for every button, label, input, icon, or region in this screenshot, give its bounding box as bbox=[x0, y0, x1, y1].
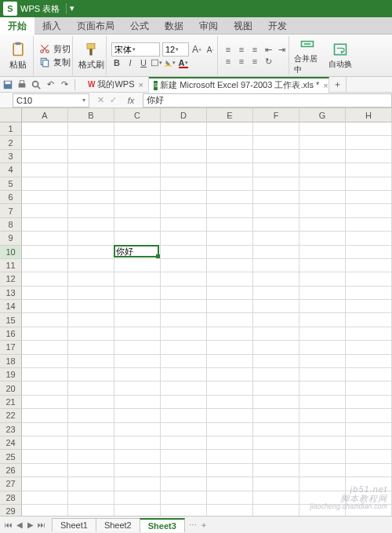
cell[interactable] bbox=[68, 246, 114, 259]
row-header-22[interactable]: 22 bbox=[0, 409, 22, 422]
cell[interactable] bbox=[253, 177, 299, 191]
cell[interactable] bbox=[346, 368, 392, 381]
cell[interactable] bbox=[253, 381, 299, 395]
cell[interactable] bbox=[253, 122, 299, 136]
cell[interactable] bbox=[22, 396, 68, 409]
cell[interactable] bbox=[22, 136, 68, 149]
cell[interactable] bbox=[346, 300, 392, 313]
cell[interactable] bbox=[68, 450, 114, 463]
cell[interactable] bbox=[161, 450, 207, 463]
cell[interactable] bbox=[22, 341, 68, 354]
cell[interactable] bbox=[22, 381, 68, 395]
cell[interactable] bbox=[161, 477, 207, 491]
cell[interactable] bbox=[161, 300, 207, 313]
cell[interactable] bbox=[299, 491, 346, 505]
cell[interactable] bbox=[299, 355, 346, 368]
cell[interactable] bbox=[253, 423, 299, 436]
sheet-tab-Sheet2[interactable]: Sheet2 bbox=[96, 518, 140, 531]
sheet-nav-next[interactable]: ▶ bbox=[25, 520, 36, 531]
cell[interactable] bbox=[299, 177, 346, 191]
cell[interactable] bbox=[299, 287, 346, 300]
cell[interactable] bbox=[161, 327, 207, 341]
cell[interactable] bbox=[299, 246, 346, 259]
close-tab-icon[interactable]: × bbox=[323, 81, 328, 90]
align-bottom-button[interactable]: ≡ bbox=[249, 44, 260, 55]
cell[interactable] bbox=[22, 368, 68, 381]
cell[interactable] bbox=[207, 204, 253, 217]
cell[interactable] bbox=[299, 464, 346, 477]
cell[interactable] bbox=[161, 272, 207, 286]
cell[interactable] bbox=[253, 204, 299, 217]
cell[interactable] bbox=[114, 272, 161, 286]
cell[interactable] bbox=[253, 436, 299, 450]
row-header-27[interactable]: 27 bbox=[0, 477, 22, 491]
cell[interactable] bbox=[299, 136, 346, 149]
cell[interactable] bbox=[68, 136, 114, 149]
cell[interactable] bbox=[114, 491, 161, 505]
cell[interactable] bbox=[207, 313, 253, 327]
cell[interactable] bbox=[299, 368, 346, 381]
cell[interactable] bbox=[68, 341, 114, 354]
row-header-13[interactable]: 13 bbox=[0, 287, 22, 300]
row-header-5[interactable]: 5 bbox=[0, 177, 22, 191]
cell[interactable] bbox=[346, 150, 392, 163]
row-header-4[interactable]: 4 bbox=[0, 163, 22, 177]
cell[interactable] bbox=[299, 150, 346, 163]
row-header-25[interactable]: 25 bbox=[0, 450, 22, 463]
cell[interactable] bbox=[207, 341, 253, 354]
cell[interactable] bbox=[207, 436, 253, 450]
col-header-E[interactable]: E bbox=[207, 108, 253, 122]
cell[interactable] bbox=[22, 150, 68, 163]
cell[interactable] bbox=[299, 313, 346, 327]
cell[interactable] bbox=[161, 150, 207, 163]
increase-font-button[interactable]: A+ bbox=[191, 44, 202, 55]
cell[interactable] bbox=[68, 327, 114, 341]
sheet-tab-Sheet1[interactable]: Sheet1 bbox=[52, 518, 96, 531]
cell[interactable] bbox=[253, 355, 299, 368]
cell[interactable] bbox=[68, 396, 114, 409]
cell[interactable] bbox=[161, 313, 207, 327]
cell[interactable] bbox=[299, 218, 346, 232]
cell[interactable] bbox=[207, 409, 253, 422]
cell[interactable] bbox=[253, 313, 299, 327]
row-header-10[interactable]: 10 bbox=[0, 246, 22, 259]
cell[interactable] bbox=[346, 163, 392, 177]
font-size-select[interactable]: 12▾ bbox=[162, 42, 189, 57]
row-header-17[interactable]: 17 bbox=[0, 341, 22, 354]
cell[interactable] bbox=[22, 122, 68, 136]
cell[interactable] bbox=[68, 300, 114, 313]
cut-button[interactable]: 剪切 bbox=[38, 42, 71, 55]
cell[interactable] bbox=[114, 232, 161, 245]
cell[interactable] bbox=[114, 136, 161, 149]
cell[interactable] bbox=[346, 259, 392, 272]
cell[interactable] bbox=[346, 218, 392, 232]
cell[interactable] bbox=[68, 272, 114, 286]
cell[interactable] bbox=[346, 136, 392, 149]
cell[interactable] bbox=[22, 436, 68, 450]
cell[interactable] bbox=[346, 423, 392, 436]
align-center-button[interactable]: ≡ bbox=[236, 56, 247, 67]
cell[interactable] bbox=[161, 436, 207, 450]
cell[interactable] bbox=[114, 150, 161, 163]
cell[interactable] bbox=[207, 464, 253, 477]
cell[interactable] bbox=[299, 300, 346, 313]
sheet-nav-prev[interactable]: ◀ bbox=[14, 520, 25, 531]
cell[interactable] bbox=[207, 368, 253, 381]
cell[interactable] bbox=[299, 450, 346, 463]
cell[interactable] bbox=[114, 477, 161, 491]
cell[interactable] bbox=[346, 341, 392, 354]
cell[interactable] bbox=[114, 436, 161, 450]
add-sheet-button[interactable]: ＋ bbox=[198, 520, 209, 531]
indent-increase-button[interactable]: ⇥ bbox=[276, 44, 287, 55]
cell[interactable] bbox=[68, 218, 114, 232]
cell[interactable] bbox=[299, 327, 346, 341]
cell[interactable] bbox=[207, 300, 253, 313]
cell[interactable] bbox=[253, 341, 299, 354]
cell[interactable] bbox=[68, 287, 114, 300]
cell[interactable] bbox=[207, 136, 253, 149]
ribbon-tab-2[interactable]: 页面布局 bbox=[69, 17, 122, 35]
cell[interactable] bbox=[68, 491, 114, 505]
cell[interactable] bbox=[68, 232, 114, 245]
cell[interactable] bbox=[253, 477, 299, 491]
cell[interactable] bbox=[346, 381, 392, 395]
